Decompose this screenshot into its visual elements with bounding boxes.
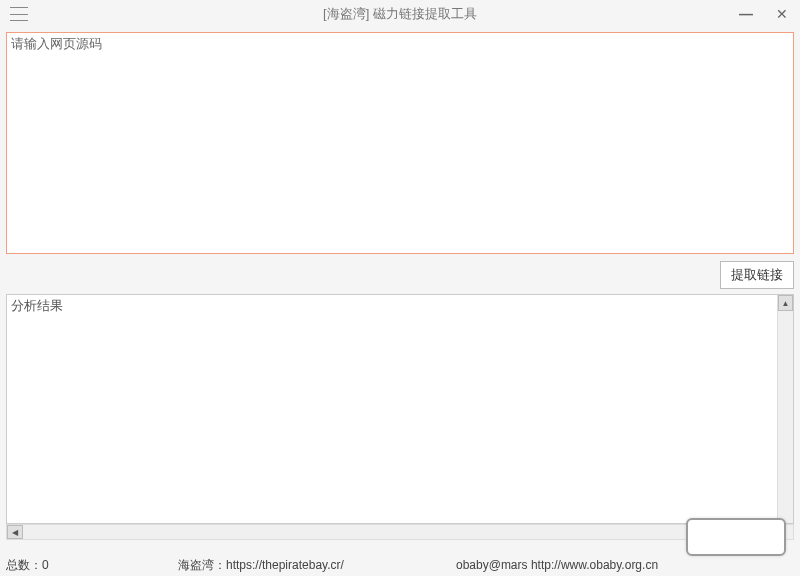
result-panel: 分析结果 ▲ xyxy=(6,294,794,524)
minimize-button[interactable]: — xyxy=(728,0,764,28)
count-value: 0 xyxy=(42,558,49,572)
vertical-scrollbar[interactable]: ▲ xyxy=(777,295,793,523)
extract-button[interactable]: 提取链接 xyxy=(720,261,794,289)
result-label: 分析结果 xyxy=(7,295,777,523)
status-site: 海盗湾：https://thepiratebay.cr/ xyxy=(178,557,456,574)
statusbar: 总数：0 海盗湾：https://thepiratebay.cr/ obaby@… xyxy=(0,554,800,576)
floating-widget[interactable] xyxy=(686,518,786,556)
site-url: https://thepiratebay.cr/ xyxy=(226,558,344,572)
count-label: 总数： xyxy=(6,558,42,572)
horizontal-scrollbar[interactable]: ◀ xyxy=(6,524,794,540)
horizontal-scroll-row: ◀ xyxy=(6,524,794,540)
scroll-left-icon[interactable]: ◀ xyxy=(7,525,23,539)
action-row: 提取链接 xyxy=(0,260,800,290)
menu-icon[interactable] xyxy=(10,7,28,21)
source-input-panel xyxy=(6,32,794,254)
titlebar: [海盗湾] 磁力链接提取工具 — ✕ xyxy=(0,0,800,28)
close-button[interactable]: ✕ xyxy=(764,0,800,28)
window-title: [海盗湾] 磁力链接提取工具 xyxy=(323,5,477,23)
site-label: 海盗湾： xyxy=(178,558,226,572)
status-count: 总数：0 xyxy=(6,557,178,574)
scroll-up-icon[interactable]: ▲ xyxy=(778,295,793,311)
status-credit: obaby@mars http://www.obaby.org.cn xyxy=(456,558,794,572)
source-input[interactable] xyxy=(7,33,793,253)
window-controls: — ✕ xyxy=(728,0,800,28)
